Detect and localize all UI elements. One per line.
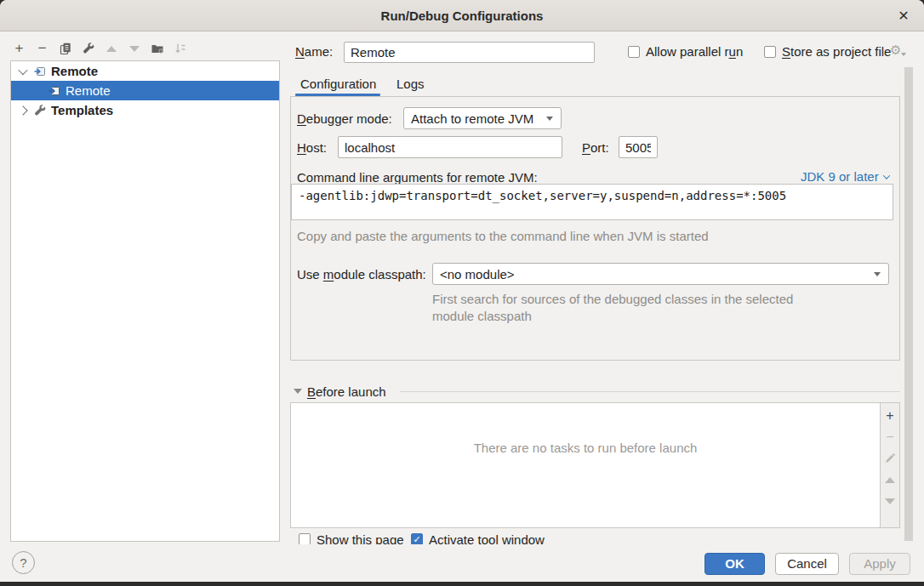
activate-tool-window-label: Activate tool window	[429, 532, 545, 544]
run-debug-configurations-dialog: Run/Debug Configurations ✕ + − Remote	[0, 0, 924, 582]
help-icon[interactable]: ?	[12, 551, 35, 574]
move-down-icon[interactable]	[127, 41, 141, 56]
port-input[interactable]	[619, 136, 658, 158]
debugger-mode-label: Debugger mode:	[297, 111, 392, 127]
chevron-right-icon[interactable]	[18, 105, 27, 115]
collapse-triangle-icon[interactable]	[294, 389, 302, 394]
title-bar: Run/Debug Configurations ✕	[0, 0, 924, 31]
use-module-classpath-label: Use module classpath:	[297, 267, 426, 282]
name-input[interactable]	[344, 42, 595, 63]
activate-tool-window-checkbox[interactable]: ✓	[411, 533, 423, 544]
cancel-button[interactable]: Cancel	[775, 553, 839, 575]
tree-item-label: Remote	[66, 83, 111, 98]
show-this-page-checkbox[interactable]	[299, 533, 311, 544]
module-hint-line1: First search for sources of the debugged…	[432, 292, 793, 306]
close-icon[interactable]: ✕	[893, 0, 914, 31]
store-as-project-file-label: Store as project file	[782, 44, 891, 60]
new-folder-icon[interactable]	[150, 41, 164, 56]
tab-logs[interactable]: Logs	[396, 77, 425, 91]
dialog-title: Run/Debug Configurations	[0, 0, 924, 31]
tree-item-templates[interactable]: Templates	[11, 100, 279, 120]
empty-tasks-message: There are no tasks to run before launch	[290, 441, 881, 455]
args-hint-text: Copy and paste the arguments to the comm…	[297, 229, 709, 243]
tree-item-remote-selected[interactable]: Remote	[11, 81, 279, 100]
apply-button[interactable]: Apply	[849, 553, 910, 575]
gear-icon[interactable]: ⚙	[890, 43, 901, 58]
tasks-toolbar: + −	[880, 402, 900, 528]
edit-pencil-icon[interactable]	[883, 452, 897, 465]
edit-templates-icon[interactable]	[81, 41, 95, 56]
add-icon[interactable]: +	[883, 409, 897, 423]
tab-configuration[interactable]: Configuration	[300, 77, 376, 91]
show-this-page-label: Show this page	[317, 532, 404, 544]
port-label: Port:	[582, 140, 609, 156]
remove-icon[interactable]: −	[883, 430, 897, 444]
move-up-icon[interactable]	[883, 473, 897, 486]
remote-config-icon	[48, 84, 61, 98]
check-icon: ✓	[413, 534, 420, 544]
move-down-icon[interactable]	[883, 494, 897, 508]
ok-button[interactable]: OK	[704, 553, 765, 575]
host-input[interactable]	[338, 136, 562, 158]
wrench-icon	[33, 104, 47, 117]
configurations-toolbar: + −	[12, 40, 187, 57]
chevron-down-icon[interactable]	[18, 65, 27, 74]
section-divider	[400, 391, 900, 392]
name-label: Name:	[295, 44, 333, 60]
allow-parallel-run-checkbox[interactable]	[628, 46, 640, 58]
dropdown-arrow-icon	[546, 117, 553, 121]
sort-alphabetically-icon[interactable]	[173, 41, 187, 56]
tree-item-label: Templates	[51, 103, 113, 117]
configurations-tree: Remote Remote Templates	[10, 60, 280, 542]
before-launch-tasks-panel[interactable]	[290, 402, 881, 528]
allow-parallel-run-label: Allow parallel run	[646, 44, 743, 60]
host-label: Host:	[297, 140, 327, 156]
remove-icon[interactable]: −	[35, 41, 49, 56]
tree-item-remote-group[interactable]: Remote	[11, 61, 279, 81]
tree-item-label: Remote	[51, 64, 98, 78]
module-classpath-dropdown[interactable]: <no module>	[432, 263, 889, 285]
module-hint-line2: module classpath	[432, 309, 532, 323]
jdk-version-link[interactable]: JDK 9 or later	[801, 169, 889, 184]
add-icon[interactable]: +	[12, 41, 26, 56]
chevron-down-icon	[882, 172, 889, 179]
command-line-args-field[interactable]: -agentlib:jdwp=transport=dt_socket,serve…	[291, 184, 893, 220]
store-as-project-file-checkbox[interactable]	[764, 46, 776, 58]
remote-config-icon	[33, 65, 47, 78]
move-up-icon[interactable]	[104, 41, 118, 56]
debugger-mode-dropdown[interactable]: Attach to remote JVM	[403, 107, 562, 129]
copy-icon[interactable]	[58, 41, 72, 56]
vertical-scrollbar[interactable]	[904, 67, 913, 541]
dropdown-arrow-icon	[874, 272, 881, 276]
page-options-row: Show this page ✓ Activate tool window	[290, 531, 900, 544]
before-launch-label[interactable]: Before launch	[307, 384, 386, 400]
command-line-args-value: -agentlib:jdwp=transport=dt_socket,serve…	[299, 189, 786, 202]
